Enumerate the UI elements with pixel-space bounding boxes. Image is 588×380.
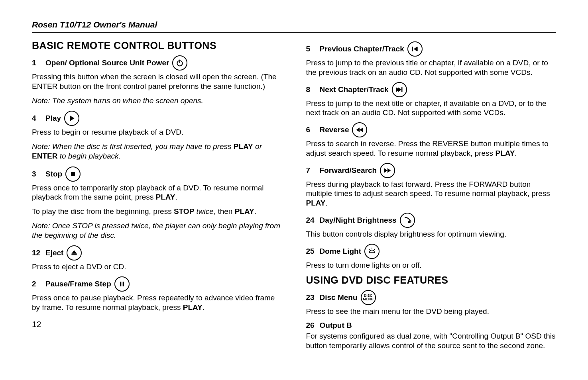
item-4-note-post: to begin playback. (57, 152, 120, 160)
item-3-body-post: . (175, 193, 177, 201)
item-25-body: Press to turn dome lights on or off. (306, 261, 557, 270)
item-3-header: 3 Stop (32, 166, 282, 182)
svg-rect-3 (71, 172, 75, 176)
item-1-header: 1 Open/ Optional Source Unit Power (32, 55, 282, 71)
b3-2f: . (254, 207, 256, 215)
item-3-label: Stop (45, 170, 62, 178)
svg-rect-13 (401, 87, 403, 92)
item-4-note: Note: When the disc is first inserted, y… (32, 142, 282, 161)
item-1-note: Note: The system turns on when the scree… (32, 96, 282, 106)
dome-light-icon (364, 244, 380, 259)
item-8-label: Next Chapter/Track (320, 85, 389, 94)
content-columns: BASIC REMOTE CONTROL BUTTONS 1 Open/ Opt… (32, 40, 556, 355)
item-7-body-post: . (325, 199, 327, 207)
item-4-body: Press to begin or resume playback of a D… (32, 127, 282, 137)
item-6-header: 6 Reverse (306, 122, 557, 137)
svg-point-18 (408, 221, 410, 223)
previous-track-icon (407, 41, 423, 57)
b3-2a: To play the disc from the beginning, pre… (32, 207, 174, 215)
svg-line-21 (410, 220, 411, 221)
item-7-body: Press during playback to fast forward. P… (306, 180, 557, 208)
item-23-body: Press to see the main menu for the DVD b… (306, 307, 557, 316)
item-12-body: Press to eject a DVD or CD. (32, 262, 282, 272)
item-2-body-pre: Press once to pause playback. Press repe… (32, 294, 275, 311)
svg-rect-7 (122, 282, 124, 286)
item-12-header: 12 Eject (32, 245, 282, 261)
item-4-note-bold2: ENTER (32, 152, 57, 160)
b3-2c: twice (194, 207, 214, 215)
item-6-label: Reverse (320, 125, 349, 134)
item-1-number: 1 (32, 59, 42, 67)
svg-rect-8 (412, 47, 413, 51)
item-3-body-bold: PLAY (155, 193, 175, 201)
item-5-body: Press to jump to the previous title or c… (306, 58, 557, 77)
manual-page: Rosen T10/T12 Owner's Manual BASIC REMOT… (0, 0, 588, 363)
item-4-label: Play (45, 114, 61, 123)
stop-icon (65, 166, 81, 182)
next-track-icon (392, 82, 407, 97)
item-8-number: 8 (306, 85, 317, 94)
item-5-label: Previous Chapter/Track (320, 45, 404, 53)
item-26-number: 26 (306, 321, 317, 330)
svg-line-24 (374, 249, 375, 250)
item-4-note-mid: or (253, 142, 262, 151)
item-25-header: 25 Dome Light (306, 244, 557, 259)
item-23-number: 23 (306, 293, 317, 302)
page-number: 12 (32, 319, 282, 329)
item-24-header: 24 Day/Night Brightness (306, 213, 557, 228)
item-8-header: 8 Next Chapter/Track (306, 82, 557, 97)
svg-rect-6 (120, 282, 121, 286)
item-3-body: Press once to temporarily stop playback … (32, 183, 282, 202)
running-header: Rosen T10/T12 Owner's Manual (32, 20, 556, 33)
item-4-note-bold1: PLAY (234, 142, 253, 151)
disc-menu-icon-text: DISC MENU (363, 294, 374, 301)
item-23-header: 23 Disc Menu DISC MENU (306, 290, 557, 305)
item-24-number: 24 (306, 216, 317, 225)
b3-2d: , then (214, 207, 235, 215)
item-4-note-pre: Note: When the disc is first inserted, y… (32, 142, 234, 151)
item-2-body: Press once to pause playback. Press repe… (32, 293, 282, 312)
svg-marker-17 (387, 168, 391, 173)
item-3-body-pre: Press once to temporarily stop playback … (32, 184, 264, 202)
item-2-body-bold: PLAY (183, 303, 203, 311)
item-3-note: Note: Once STOP is pressed twice, the pl… (32, 221, 282, 240)
power-icon (172, 55, 187, 71)
item-12-number: 12 (32, 249, 42, 257)
svg-marker-16 (384, 168, 387, 173)
item-7-number: 7 (306, 166, 317, 175)
item-3-number: 3 (32, 170, 42, 178)
item-25-label: Dome Light (320, 247, 362, 256)
item-7-header: 7 Forward/Search (306, 163, 557, 178)
svg-line-23 (369, 249, 370, 250)
item-4-header: 4 Play (32, 111, 282, 126)
section-title-dvd: USING DVD DISC FEATURES (306, 274, 557, 286)
b3-2b: STOP (174, 207, 194, 215)
item-7-label: Forward/Search (320, 166, 377, 175)
svg-marker-12 (398, 87, 401, 92)
fast-forward-icon (380, 163, 395, 178)
item-26-label: Output B (320, 321, 352, 330)
item-5-number: 5 (306, 45, 317, 53)
left-column: BASIC REMOTE CONTROL BUTTONS 1 Open/ Opt… (32, 40, 282, 355)
item-6-body-post: . (515, 149, 517, 157)
item-7-body-pre: Press during playback to fast forward. P… (306, 180, 550, 198)
rewind-icon (352, 122, 367, 137)
item-6-body-bold: PLAY (495, 149, 515, 157)
brightness-icon (400, 213, 415, 228)
item-3-body2: To play the disc from the beginning, pre… (32, 207, 282, 216)
item-26-header: 26 Output B (306, 321, 557, 330)
item-2-header: 2 Pause/Frame Step (32, 276, 282, 292)
item-12-label: Eject (45, 249, 63, 257)
svg-marker-2 (70, 116, 75, 121)
eject-icon (67, 245, 82, 261)
svg-marker-15 (360, 127, 363, 132)
item-1-body: Pressing this button when the screen is … (32, 72, 282, 91)
svg-marker-4 (72, 251, 77, 254)
item-24-label: Day/Night Brightness (320, 216, 397, 225)
item-25-number: 25 (306, 247, 317, 256)
item-2-body-post: . (203, 303, 205, 311)
pause-icon (114, 276, 130, 292)
b3-2e: PLAY (235, 207, 254, 215)
svg-rect-5 (72, 255, 77, 256)
item-2-number: 2 (32, 280, 42, 288)
